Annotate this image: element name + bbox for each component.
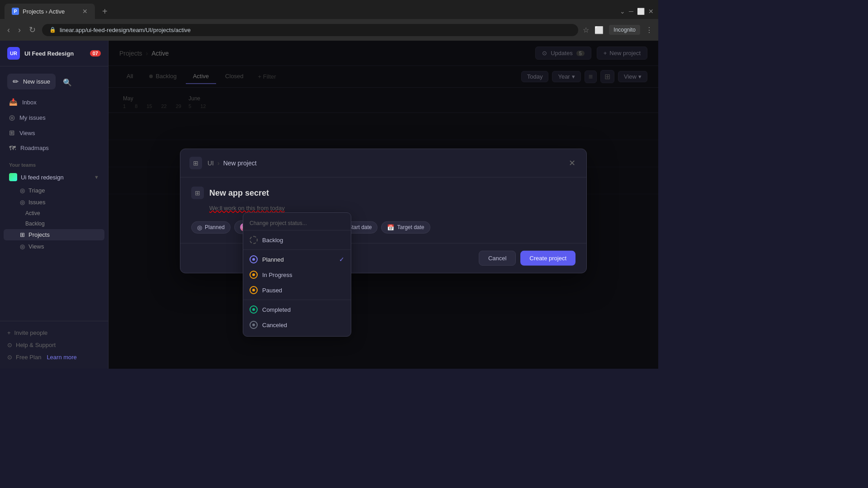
canceled-option-label: Canceled bbox=[262, 322, 287, 328]
sidebar-item-issues[interactable]: ◎ Issues bbox=[4, 197, 104, 208]
roadmaps-icon: 🗺 bbox=[9, 144, 16, 152]
create-project-button[interactable]: Create project bbox=[520, 251, 576, 266]
back-button[interactable]: ‹ bbox=[5, 23, 12, 37]
completed-option-label: Completed bbox=[262, 306, 291, 313]
learn-more-link[interactable]: Learn more bbox=[47, 354, 76, 361]
status-option-canceled[interactable]: Canceled bbox=[243, 317, 351, 333]
sidebar-item-views-team[interactable]: ◎ Views bbox=[4, 241, 104, 252]
modal-header: ⊞ UI › New project ✕ bbox=[180, 149, 586, 178]
dropdown-search-placeholder: Change project status... bbox=[243, 216, 351, 230]
forward-button[interactable]: › bbox=[16, 23, 23, 37]
status-option-planned[interactable]: Planned ✓ bbox=[243, 252, 351, 267]
sidebar-item-my-issues[interactable]: ◎ My issues bbox=[4, 110, 104, 125]
modal-body: ⊞ New app secret We;ll work on this from… bbox=[180, 178, 586, 243]
menu-icon[interactable]: ⋮ bbox=[646, 26, 653, 34]
tab-close-button[interactable]: ✕ bbox=[82, 8, 88, 15]
team-arrow-icon: ▼ bbox=[94, 174, 99, 180]
sidebar-item-backlog[interactable]: Backlog bbox=[4, 219, 104, 229]
backlog-option-label: Backlog bbox=[262, 237, 283, 244]
status-option-paused[interactable]: Paused bbox=[243, 282, 351, 298]
planned-icon: ◎ bbox=[197, 224, 202, 230]
modal-icon: ⊞ bbox=[189, 157, 202, 169]
team-icon bbox=[9, 173, 17, 181]
new-project-modal: ⊞ UI › New project ✕ ⊞ New app secret We… bbox=[180, 149, 587, 273]
sidebar-item-roadmaps[interactable]: 🗺 Roadmaps bbox=[4, 141, 104, 155]
close-window-icon[interactable]: ✕ bbox=[648, 8, 654, 15]
in-progress-status-icon bbox=[250, 271, 258, 279]
project-name-row: ⊞ New app secret bbox=[191, 187, 576, 199]
sidebar-navigation: ✏ New issue 🔍 📥 Inbox ◎ My issues ⊞ View… bbox=[0, 66, 108, 321]
issues-label: Issues bbox=[28, 199, 46, 206]
status-option-in-progress[interactable]: In Progress bbox=[243, 267, 351, 282]
project-description[interactable]: We;ll work on this from today bbox=[191, 205, 576, 211]
views-team-icon: ◎ bbox=[20, 243, 25, 250]
tab-favicon: P bbox=[12, 8, 19, 15]
help-support-button[interactable]: ⊙ Help & Support bbox=[7, 339, 101, 351]
search-button[interactable]: 🔍 bbox=[57, 75, 77, 90]
sidebar-item-views[interactable]: ⊞ Views bbox=[4, 126, 104, 140]
status-option-completed[interactable]: Completed bbox=[243, 302, 351, 317]
team-item[interactable]: Ui feed redesign ▼ bbox=[4, 170, 104, 184]
cancelled-status-icon bbox=[250, 321, 258, 329]
status-option-backlog[interactable]: Backlog bbox=[243, 232, 351, 248]
views-icon: ⊞ bbox=[9, 129, 15, 137]
sidebar: UR UI Feed Redesign 07 ✏ New issue 🔍 📥 I… bbox=[0, 41, 108, 369]
status-dropdown: Change project status... Backlog Planned… bbox=[243, 212, 351, 337]
modal-close-button[interactable]: ✕ bbox=[567, 156, 577, 170]
backlog-status-icon bbox=[250, 236, 258, 244]
dropdown-divider-2 bbox=[243, 300, 351, 300]
status-chip[interactable]: ◎ Planned bbox=[191, 221, 231, 233]
your-teams-label: Your teams bbox=[4, 156, 104, 170]
modal-bc-current: New project bbox=[223, 160, 257, 167]
pencil-icon: ✏ bbox=[13, 77, 19, 86]
planned-option-label: Planned bbox=[262, 256, 284, 263]
views-label: Views bbox=[19, 130, 35, 136]
roadmaps-label: Roadmaps bbox=[20, 145, 49, 151]
inbox-icon: 📥 bbox=[9, 98, 18, 106]
browser-tab[interactable]: P Projects › Active ✕ bbox=[5, 4, 95, 19]
close-icon: ✕ bbox=[569, 159, 576, 168]
my-issues-label: My issues bbox=[19, 114, 46, 121]
plan-label: Free Plan bbox=[16, 354, 41, 361]
invite-people-button[interactable]: + Invite people bbox=[7, 327, 101, 339]
incognito-badge: Incognito bbox=[609, 25, 640, 35]
notification-badge: 07 bbox=[90, 50, 101, 56]
ui-icon: ⊞ bbox=[193, 160, 198, 167]
modal-bc-parent: UI bbox=[208, 160, 214, 167]
check-icon: ✓ bbox=[339, 256, 344, 263]
sidebar-item-triage[interactable]: ◎ Triage bbox=[4, 185, 104, 196]
help-label: Help & Support bbox=[16, 342, 56, 348]
modal-bc-separator: › bbox=[217, 160, 220, 167]
paused-option-label: Paused bbox=[262, 287, 282, 294]
paused-status-icon bbox=[250, 286, 258, 294]
address-bar[interactable]: 🔒 linear.app/ui-feed-redesign/team/UI/pr… bbox=[42, 24, 578, 36]
project-grid-icon: ⊞ bbox=[191, 187, 204, 199]
sidebar-item-inbox[interactable]: 📥 Inbox bbox=[4, 95, 104, 109]
views-team-label: Views bbox=[28, 243, 44, 250]
maximize-icon[interactable]: ⬜ bbox=[637, 8, 645, 15]
target-date-label: Target date bbox=[397, 224, 424, 230]
sidebar-item-active[interactable]: Active bbox=[4, 208, 104, 218]
cancel-button[interactable]: Cancel bbox=[479, 251, 516, 266]
inbox-label: Inbox bbox=[22, 99, 37, 106]
plan-icon: ⊙ bbox=[7, 354, 12, 361]
modal-footer: Cancel Create project bbox=[180, 243, 586, 273]
sidebar-item-projects[interactable]: ⊞ Projects bbox=[4, 229, 104, 240]
star-icon[interactable]: ☆ bbox=[583, 26, 589, 34]
planned-status-icon bbox=[250, 255, 258, 263]
projects-icon: ⊞ bbox=[20, 231, 25, 238]
target-date-chip[interactable]: 📅 Target date bbox=[381, 221, 430, 233]
team-name: Ui feed redesign bbox=[21, 174, 64, 181]
extension-icon[interactable]: ⬜ bbox=[594, 26, 604, 34]
reload-button[interactable]: ↻ bbox=[27, 23, 38, 37]
minimize-icon[interactable]: ─ bbox=[629, 8, 633, 15]
in-progress-option-label: In Progress bbox=[262, 272, 292, 278]
new-issue-button[interactable]: ✏ New issue bbox=[7, 74, 56, 89]
tab-label: Projects › Active bbox=[23, 8, 65, 15]
target-calendar-icon: 📅 bbox=[387, 224, 394, 230]
invite-label: Invite people bbox=[14, 329, 48, 336]
free-plan-row: ⊙ Free Plan Learn more bbox=[7, 351, 101, 363]
project-name[interactable]: New app secret bbox=[209, 188, 269, 197]
status-label: Planned bbox=[205, 224, 225, 230]
new-tab-button[interactable]: + bbox=[99, 6, 111, 17]
